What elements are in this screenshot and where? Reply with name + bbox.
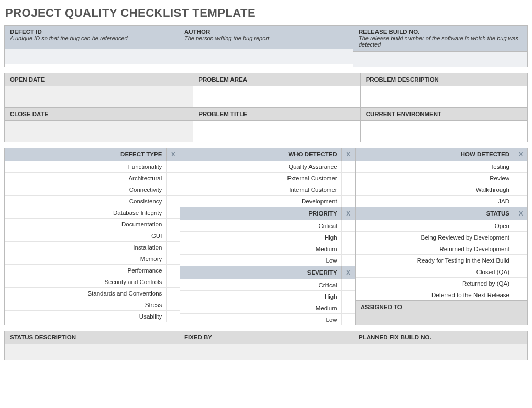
open-date-input[interactable]: [5, 86, 193, 107]
list-item-checkbox[interactable]: [166, 230, 180, 241]
defect-type-header: DEFECT TYPE X: [5, 148, 180, 161]
list-item-label: Security and Controls: [5, 276, 166, 287]
defect-id-col: DEFECT ID A unique ID so that the bug ca…: [5, 26, 179, 67]
severity-x-header: X: [341, 266, 355, 279]
list-item-checkbox[interactable]: [341, 314, 355, 325]
problem-area-input[interactable]: [193, 86, 360, 107]
list-item-checkbox[interactable]: [166, 276, 180, 287]
list-item-label: Standards and Conventions: [5, 288, 166, 299]
middle-column: WHO DETECTED X Quality AssuranceExternal…: [180, 148, 354, 325]
problem-description-input[interactable]: [361, 86, 527, 107]
severity-label: SEVERITY: [180, 266, 341, 279]
release-build-desc: The release build number of the software…: [359, 35, 522, 48]
list-item-checkbox[interactable]: [514, 173, 527, 184]
how-detected-x-header: X: [514, 148, 527, 161]
list-item: Deferred to the Next Release: [356, 289, 527, 300]
list-item: Functionality: [5, 161, 180, 173]
list-item-checkbox[interactable]: [341, 220, 355, 231]
list-item-checkbox[interactable]: [166, 242, 180, 253]
close-date-input[interactable]: [5, 121, 193, 142]
list-item-label: Architectural: [5, 173, 166, 184]
list-item: Review: [356, 173, 527, 184]
list-item-label: Critical: [180, 279, 341, 290]
fixed-by-input[interactable]: [179, 344, 353, 360]
list-item: Returned by Development: [356, 243, 527, 255]
list-item-checkbox[interactable]: [166, 207, 180, 218]
list-item-checkbox[interactable]: [341, 302, 355, 313]
list-item: Medium: [180, 243, 354, 255]
list-item-label: Connectivity: [5, 184, 166, 195]
list-item-checkbox[interactable]: [514, 232, 527, 243]
list-item: Medium: [180, 302, 354, 314]
status-header: STATUS X: [356, 207, 527, 220]
list-item-checkbox[interactable]: [514, 266, 527, 277]
list-item-checkbox[interactable]: [166, 253, 180, 264]
list-item-checkbox[interactable]: [166, 288, 180, 299]
list-item-checkbox[interactable]: [341, 291, 355, 302]
release-build-col: RELEASE BUILD NO. The release build numb…: [353, 26, 527, 67]
author-input[interactable]: [179, 49, 353, 64]
list-item: Testing: [356, 161, 527, 173]
who-detected-label: WHO DETECTED: [180, 148, 341, 161]
list-item-checkbox[interactable]: [166, 299, 180, 310]
list-item-label: Open: [356, 220, 514, 231]
release-build-input[interactable]: [353, 51, 527, 67]
list-item-checkbox[interactable]: [341, 184, 355, 195]
list-item: Being Reviewed by Development: [356, 232, 527, 243]
status-description-input[interactable]: [5, 344, 179, 360]
list-item-label: Closed (QA): [356, 266, 514, 277]
list-item-checkbox[interactable]: [166, 173, 180, 184]
list-item-checkbox[interactable]: [514, 243, 527, 254]
list-item-label: Medium: [180, 302, 341, 313]
list-item-label: Installation: [5, 242, 166, 253]
current-environment-input[interactable]: [361, 121, 527, 142]
defect-id-desc: A unique ID so that the bug can be refer…: [10, 35, 173, 41]
list-item-checkbox[interactable]: [166, 265, 180, 276]
list-item-label: Returned by (QA): [356, 278, 514, 289]
list-item-label: Memory: [5, 253, 166, 264]
planned-fix-input[interactable]: [353, 344, 527, 360]
how-detected-label: HOW DETECTED: [356, 148, 514, 161]
defect-type-items: FunctionalityArchitecturalConnectivityCo…: [5, 161, 180, 322]
list-item-checkbox[interactable]: [514, 220, 527, 231]
defect-id-input[interactable]: [5, 49, 179, 64]
list-item-checkbox[interactable]: [341, 279, 355, 290]
list-item-checkbox[interactable]: [341, 161, 355, 172]
list-item-checkbox[interactable]: [514, 255, 527, 266]
list-item-checkbox[interactable]: [166, 311, 180, 322]
list-item-checkbox[interactable]: [166, 196, 180, 207]
header-info-row: DEFECT ID A unique ID so that the bug ca…: [4, 25, 528, 67]
list-item-checkbox[interactable]: [166, 161, 180, 172]
list-item-checkbox[interactable]: [514, 278, 527, 289]
list-item-label: Consistency: [5, 196, 166, 207]
list-item-checkbox[interactable]: [341, 243, 355, 254]
fixed-by-label: FIXED BY: [179, 331, 353, 344]
list-item-checkbox[interactable]: [514, 289, 527, 300]
close-date-label: CLOSE DATE: [5, 107, 193, 121]
list-item-label: Internal Customer: [180, 184, 341, 195]
list-item-label: Performance: [5, 265, 166, 276]
severity-items: CriticalHighMediumLow: [180, 279, 354, 325]
list-item: High: [180, 232, 354, 243]
list-item-checkbox[interactable]: [341, 255, 355, 266]
release-build-label: RELEASE BUILD NO.: [359, 29, 522, 35]
author-desc: The person writing the bug report: [184, 35, 348, 41]
list-item-checkbox[interactable]: [341, 232, 355, 243]
list-item-label: High: [180, 232, 341, 243]
problem-title-input[interactable]: [193, 121, 360, 142]
list-item-checkbox[interactable]: [514, 161, 527, 172]
list-item-checkbox[interactable]: [514, 184, 527, 195]
list-item: Performance: [5, 265, 180, 276]
priority-header: PRIORITY X: [180, 207, 354, 220]
list-item-checkbox[interactable]: [341, 196, 355, 207]
priority-items: CriticalHighMediumLow: [180, 220, 354, 266]
list-item-label: Database Integrity: [5, 207, 166, 218]
priority-label: PRIORITY: [180, 207, 341, 220]
list-item: Standards and Conventions: [5, 288, 180, 299]
list-item-checkbox[interactable]: [341, 173, 355, 184]
list-item-checkbox[interactable]: [166, 219, 180, 230]
list-item-checkbox[interactable]: [514, 196, 527, 207]
list-item-label: Medium: [180, 243, 341, 254]
list-item-checkbox[interactable]: [166, 184, 180, 195]
list-item: Ready for Testing in the Next Build: [356, 255, 527, 266]
